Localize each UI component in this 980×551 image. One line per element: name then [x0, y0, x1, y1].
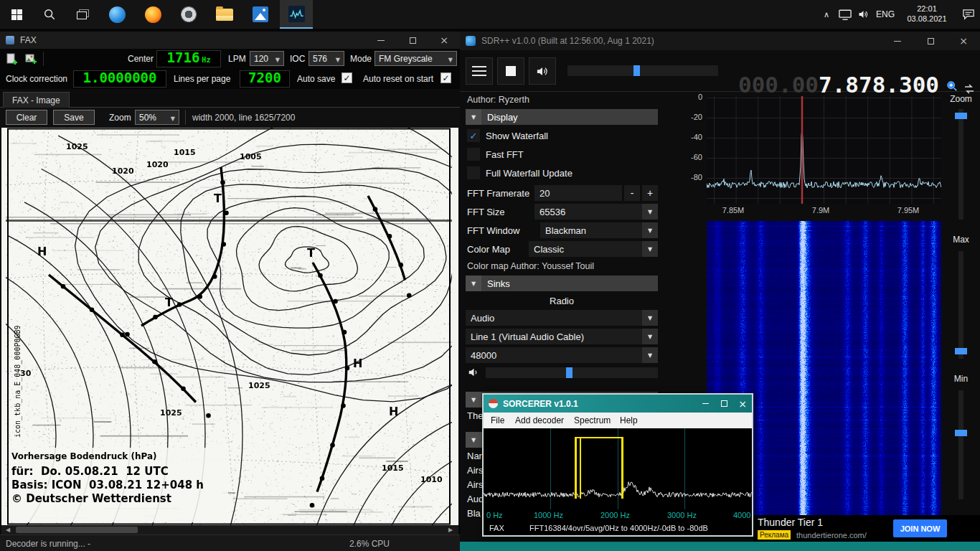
fax-window-title: FAX	[20, 35, 37, 45]
lines-per-page-lcd[interactable]: 7200	[240, 70, 290, 88]
firefox-icon[interactable]	[136, 0, 169, 29]
waterfall-max-slider[interactable]	[958, 251, 963, 359]
zoom-plus-icon[interactable]	[945, 79, 959, 93]
sink-volume-handle[interactable]	[566, 367, 573, 378]
photos-app-icon[interactable]	[244, 0, 277, 29]
menu-add-decoder[interactable]: Add decoder	[515, 415, 564, 425]
lpm-select[interactable]: 120	[250, 51, 284, 66]
ad-footer-strip	[460, 542, 980, 551]
language-indicator[interactable]: ENG	[872, 0, 898, 29]
fax-close-button[interactable]: ×	[428, 32, 460, 49]
ad-banner[interactable]: Thunder Tier 1 Реклама thundertierone.co…	[753, 515, 980, 542]
fax-hscrollbar[interactable]: ◀ ▶	[1, 525, 458, 534]
waterfall-min-slider[interactable]	[958, 390, 963, 499]
center-frequency-lcd[interactable]: 1716 Hz	[156, 50, 221, 67]
fast-fft-checkbox[interactable]	[467, 148, 480, 161]
sorcerer-titlebar[interactable]: SORCERER v1.0.1 ×	[484, 395, 752, 413]
sinks-section-header[interactable]: Sinks	[466, 276, 658, 291]
waterfall-min-handle[interactable]	[955, 430, 967, 436]
fft-window-select[interactable]: Blackman	[540, 222, 658, 238]
collapse-arrow-icon[interactable]	[466, 276, 481, 291]
collapse-arrow-icon[interactable]	[466, 109, 481, 125]
fax-maximize-button[interactable]	[397, 32, 428, 49]
fft-framerate-input[interactable]: 20	[534, 185, 622, 201]
show-waterfall-checkbox[interactable]	[467, 129, 480, 142]
chevron-down-icon	[171, 113, 175, 123]
sorcerer-minimize-button[interactable]	[696, 395, 715, 413]
scroll-right-icon[interactable]: ▶	[446, 525, 456, 534]
sorcerer-close-button[interactable]: ×	[733, 395, 752, 413]
sink-speaker-icon[interactable]	[466, 364, 481, 380]
collapse-arrow-icon[interactable]	[466, 432, 481, 448]
center-frequency-value: 1716	[167, 51, 200, 65]
notification-center-icon[interactable]	[957, 0, 980, 29]
clock-correction-lcd[interactable]: 1.0000000	[73, 70, 166, 88]
chevron-down-icon	[642, 310, 658, 326]
collapse-arrow-icon[interactable]	[466, 392, 481, 408]
framerate-increment-button[interactable]: +	[642, 185, 658, 201]
sdrpp-maximize-button[interactable]	[914, 32, 947, 50]
menu-file[interactable]: File	[491, 415, 504, 425]
scroll-left-icon[interactable]: ◀	[3, 525, 13, 534]
color-map-select[interactable]: Classic	[529, 241, 658, 257]
fft-size-select[interactable]: 65536	[534, 204, 658, 220]
taskbar-app-blue-icon[interactable]	[100, 0, 133, 29]
fax-app-icon	[6, 36, 14, 44]
main-volume-handle[interactable]	[633, 65, 640, 76]
sdrpp-close-button[interactable]: ×	[947, 32, 980, 50]
auto-save-checkbox[interactable]	[341, 72, 352, 83]
full-waterfall-checkbox[interactable]	[467, 166, 480, 179]
tab-fax-image[interactable]: FAX - Image	[3, 92, 70, 108]
chevron-down-icon	[448, 54, 453, 64]
network-icon[interactable]	[835, 0, 855, 29]
start-button[interactable]	[0, 0, 33, 29]
sorcerer-spectrum-display[interactable]	[484, 428, 752, 509]
sdrpp-titlebar[interactable]: SDR++ v1.0.0 (Built at 12:56:00, Aug 1 2…	[460, 32, 980, 50]
mode-select[interactable]: FM Greyscale	[374, 51, 457, 66]
waterfall-zoom-handle[interactable]	[955, 113, 967, 119]
scrollbar-thumb[interactable]	[16, 527, 138, 533]
mode-value: FM Greyscale	[379, 54, 433, 64]
save-button[interactable]: Save	[53, 110, 95, 125]
fax-titlebar[interactable]: FAX ×	[0, 32, 460, 49]
display-section-label: Display	[487, 112, 518, 123]
sidebar-partial-text: Airs	[467, 479, 483, 490]
fast-fft-label: Fast FFT	[486, 149, 524, 160]
sink-type-select[interactable]: Audio	[466, 310, 658, 326]
fft-spectrum-display[interactable]	[707, 96, 941, 204]
sdrpp-minimize-button[interactable]	[881, 32, 914, 50]
menu-help[interactable]: Help	[620, 415, 638, 425]
zoom-select[interactable]: 50%	[135, 110, 179, 125]
task-view-icon[interactable]	[66, 0, 99, 29]
frequency-display[interactable]: 000.007.878.300	[738, 72, 939, 98]
ioc-select[interactable]: 576	[308, 51, 344, 66]
sorcerer-maximize-button[interactable]	[715, 395, 733, 413]
taskbar-app-circle-icon[interactable]	[172, 0, 205, 29]
menu-spectrum[interactable]: Spectrum	[574, 415, 611, 425]
clear-button[interactable]: Clear	[6, 110, 47, 125]
main-volume-slider[interactable]	[567, 65, 718, 76]
center-label: Center	[128, 54, 154, 64]
audio-device-select[interactable]: Line 1 (Virtual Audio Cable)	[466, 329, 658, 344]
stop-button[interactable]	[497, 57, 524, 85]
auto-reset-checkbox[interactable]	[440, 72, 451, 83]
waterfall-zoom-slider[interactable]	[958, 109, 963, 220]
mute-speaker-icon[interactable]	[529, 57, 556, 85]
clock[interactable]: 22:01 03.08.2021	[898, 4, 956, 25]
framerate-decrement-button[interactable]: -	[624, 185, 640, 201]
hidden-icons-chevron-icon[interactable]: ∧	[818, 0, 835, 29]
ad-join-button[interactable]: JOIN NOW	[893, 519, 947, 537]
menu-hamburger-icon[interactable]	[466, 57, 493, 85]
volume-tray-icon[interactable]	[854, 0, 872, 29]
search-icon[interactable]	[33, 0, 66, 29]
fax-toolbar-row2: Clock correction 1.0000000 Lines per pag…	[0, 69, 460, 89]
sink-volume-slider[interactable]	[486, 367, 658, 378]
display-section-header[interactable]: Display	[466, 109, 658, 125]
waterfall-max-handle[interactable]	[955, 348, 967, 354]
samplerate-select[interactable]: 48000	[466, 347, 658, 363]
file-explorer-icon[interactable]	[208, 0, 241, 29]
active-app-sdr-icon[interactable]	[280, 0, 313, 29]
page-plus-icon[interactable]	[4, 52, 20, 66]
image-plus-icon[interactable]	[23, 52, 39, 66]
fax-minimize-button[interactable]	[365, 32, 397, 49]
